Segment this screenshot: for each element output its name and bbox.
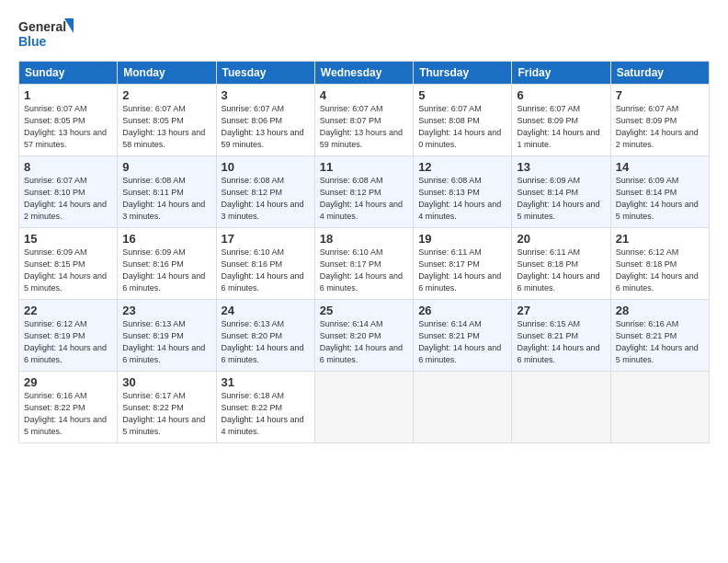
day-info: Sunrise: 6:07 AM Sunset: 8:09 PM Dayligh… [616, 103, 704, 151]
day-info: Sunrise: 6:11 AM Sunset: 8:17 PM Dayligh… [418, 247, 506, 294]
calendar-cell: 2Sunrise: 6:07 AM Sunset: 8:05 PM Daylig… [118, 85, 216, 156]
calendar-cell: 22Sunrise: 6:12 AM Sunset: 8:19 PM Dayli… [19, 300, 118, 372]
week-row-1: 1Sunrise: 6:07 AM Sunset: 8:05 PM Daylig… [19, 85, 710, 156]
calendar-table: SundayMondayTuesdayWednesdayThursdayFrid… [18, 61, 710, 443]
day-number: 5 [418, 88, 506, 102]
calendar-cell: 16Sunrise: 6:09 AM Sunset: 8:16 PM Dayli… [118, 228, 216, 300]
day-info: Sunrise: 6:17 AM Sunset: 8:22 PM Dayligh… [122, 390, 210, 438]
calendar-cell: 6Sunrise: 6:07 AM Sunset: 8:09 PM Daylig… [512, 85, 610, 156]
calendar-cell: 13Sunrise: 6:09 AM Sunset: 8:14 PM Dayli… [512, 156, 610, 228]
day-info: Sunrise: 6:11 AM Sunset: 8:18 PM Dayligh… [517, 247, 605, 294]
weekday-monday: Monday [118, 62, 216, 85]
weekday-saturday: Saturday [610, 62, 709, 85]
day-info: Sunrise: 6:12 AM Sunset: 8:19 PM Dayligh… [24, 318, 112, 366]
svg-text:General: General [18, 19, 66, 34]
calendar-cell: 8Sunrise: 6:07 AM Sunset: 8:10 PM Daylig… [19, 156, 118, 228]
day-info: Sunrise: 6:07 AM Sunset: 8:09 PM Dayligh… [517, 103, 605, 151]
calendar-cell: 31Sunrise: 6:18 AM Sunset: 8:22 PM Dayli… [216, 372, 314, 443]
day-info: Sunrise: 6:14 AM Sunset: 8:20 PM Dayligh… [320, 318, 408, 366]
calendar-cell: 3Sunrise: 6:07 AM Sunset: 8:06 PM Daylig… [216, 85, 314, 156]
day-number: 11 [320, 160, 408, 174]
calendar-cell: 28Sunrise: 6:16 AM Sunset: 8:21 PM Dayli… [610, 300, 709, 372]
day-number: 18 [320, 232, 408, 246]
calendar-cell: 25Sunrise: 6:14 AM Sunset: 8:20 PM Dayli… [314, 300, 413, 372]
day-info: Sunrise: 6:15 AM Sunset: 8:21 PM Dayligh… [517, 318, 605, 366]
weekday-wednesday: Wednesday [314, 62, 413, 85]
calendar-page: General Blue SundayMondayTuesdayWednesda… [0, 0, 728, 563]
calendar-cell: 5Sunrise: 6:07 AM Sunset: 8:08 PM Daylig… [414, 85, 512, 156]
day-number: 27 [517, 304, 605, 317]
day-number: 23 [122, 304, 210, 317]
weekday-tuesday: Tuesday [216, 62, 314, 85]
calendar-cell: 26Sunrise: 6:14 AM Sunset: 8:21 PM Dayli… [414, 300, 512, 372]
day-number: 7 [616, 88, 704, 102]
day-number: 22 [24, 304, 112, 317]
day-number: 24 [222, 304, 310, 317]
day-info: Sunrise: 6:09 AM Sunset: 8:14 PM Dayligh… [616, 175, 704, 223]
calendar-cell: 11Sunrise: 6:08 AM Sunset: 8:12 PM Dayli… [314, 156, 413, 228]
day-info: Sunrise: 6:07 AM Sunset: 8:05 PM Dayligh… [24, 103, 112, 151]
day-info: Sunrise: 6:08 AM Sunset: 8:13 PM Dayligh… [418, 175, 506, 223]
day-number: 31 [222, 375, 310, 389]
day-number: 21 [616, 232, 704, 246]
day-info: Sunrise: 6:08 AM Sunset: 8:12 PM Dayligh… [320, 175, 408, 223]
day-info: Sunrise: 6:08 AM Sunset: 8:12 PM Dayligh… [222, 175, 310, 223]
header: General Blue [18, 17, 710, 52]
week-row-2: 8Sunrise: 6:07 AM Sunset: 8:10 PM Daylig… [19, 156, 710, 228]
day-number: 17 [222, 232, 310, 246]
week-row-4: 22Sunrise: 6:12 AM Sunset: 8:19 PM Dayli… [19, 300, 710, 372]
day-number: 3 [222, 88, 310, 102]
weekday-header-row: SundayMondayTuesdayWednesdayThursdayFrid… [19, 62, 710, 85]
day-number: 26 [418, 304, 506, 317]
day-info: Sunrise: 6:07 AM Sunset: 8:06 PM Dayligh… [222, 103, 310, 151]
logo: General Blue [18, 17, 74, 52]
weekday-friday: Friday [512, 62, 610, 85]
day-number: 20 [517, 232, 605, 246]
week-row-5: 29Sunrise: 6:16 AM Sunset: 8:22 PM Dayli… [19, 372, 710, 443]
day-info: Sunrise: 6:16 AM Sunset: 8:22 PM Dayligh… [24, 390, 112, 438]
calendar-cell: 21Sunrise: 6:12 AM Sunset: 8:18 PM Dayli… [610, 228, 709, 300]
calendar-cell: 24Sunrise: 6:13 AM Sunset: 8:20 PM Dayli… [216, 300, 314, 372]
calendar-cell: 10Sunrise: 6:08 AM Sunset: 8:12 PM Dayli… [216, 156, 314, 228]
calendar-cell: 15Sunrise: 6:09 AM Sunset: 8:15 PM Dayli… [19, 228, 118, 300]
calendar-cell [314, 372, 413, 443]
day-number: 15 [24, 232, 112, 246]
day-info: Sunrise: 6:08 AM Sunset: 8:11 PM Dayligh… [122, 175, 210, 223]
logo-svg: General Blue [18, 17, 74, 52]
day-number: 30 [122, 375, 210, 389]
calendar-cell: 30Sunrise: 6:17 AM Sunset: 8:22 PM Dayli… [118, 372, 216, 443]
day-info: Sunrise: 6:18 AM Sunset: 8:22 PM Dayligh… [222, 390, 310, 438]
day-number: 9 [122, 160, 210, 174]
day-info: Sunrise: 6:13 AM Sunset: 8:20 PM Dayligh… [222, 318, 310, 366]
day-info: Sunrise: 6:16 AM Sunset: 8:21 PM Dayligh… [616, 318, 704, 366]
day-number: 13 [517, 160, 605, 174]
calendar-cell [512, 372, 610, 443]
calendar-cell: 12Sunrise: 6:08 AM Sunset: 8:13 PM Dayli… [414, 156, 512, 228]
weekday-thursday: Thursday [414, 62, 512, 85]
day-number: 16 [122, 232, 210, 246]
day-number: 2 [122, 88, 210, 102]
calendar-cell [610, 372, 709, 443]
day-number: 28 [616, 304, 704, 317]
calendar-cell: 1Sunrise: 6:07 AM Sunset: 8:05 PM Daylig… [19, 85, 118, 156]
day-info: Sunrise: 6:07 AM Sunset: 8:05 PM Dayligh… [122, 103, 210, 151]
calendar-cell [414, 372, 512, 443]
calendar-cell: 17Sunrise: 6:10 AM Sunset: 8:16 PM Dayli… [216, 228, 314, 300]
calendar-cell: 23Sunrise: 6:13 AM Sunset: 8:19 PM Dayli… [118, 300, 216, 372]
day-info: Sunrise: 6:07 AM Sunset: 8:10 PM Dayligh… [24, 175, 112, 223]
day-info: Sunrise: 6:09 AM Sunset: 8:15 PM Dayligh… [24, 247, 112, 294]
weekday-sunday: Sunday [19, 62, 118, 85]
day-info: Sunrise: 6:10 AM Sunset: 8:16 PM Dayligh… [222, 247, 310, 294]
calendar-cell: 14Sunrise: 6:09 AM Sunset: 8:14 PM Dayli… [610, 156, 709, 228]
calendar-cell: 4Sunrise: 6:07 AM Sunset: 8:07 PM Daylig… [314, 85, 413, 156]
day-number: 6 [517, 88, 605, 102]
day-info: Sunrise: 6:12 AM Sunset: 8:18 PM Dayligh… [616, 247, 704, 294]
week-row-3: 15Sunrise: 6:09 AM Sunset: 8:15 PM Dayli… [19, 228, 710, 300]
day-info: Sunrise: 6:09 AM Sunset: 8:16 PM Dayligh… [122, 247, 210, 294]
day-number: 19 [418, 232, 506, 246]
day-info: Sunrise: 6:09 AM Sunset: 8:14 PM Dayligh… [517, 175, 605, 223]
calendar-cell: 9Sunrise: 6:08 AM Sunset: 8:11 PM Daylig… [118, 156, 216, 228]
calendar-cell: 20Sunrise: 6:11 AM Sunset: 8:18 PM Dayli… [512, 228, 610, 300]
calendar-cell: 19Sunrise: 6:11 AM Sunset: 8:17 PM Dayli… [414, 228, 512, 300]
day-number: 8 [24, 160, 112, 174]
